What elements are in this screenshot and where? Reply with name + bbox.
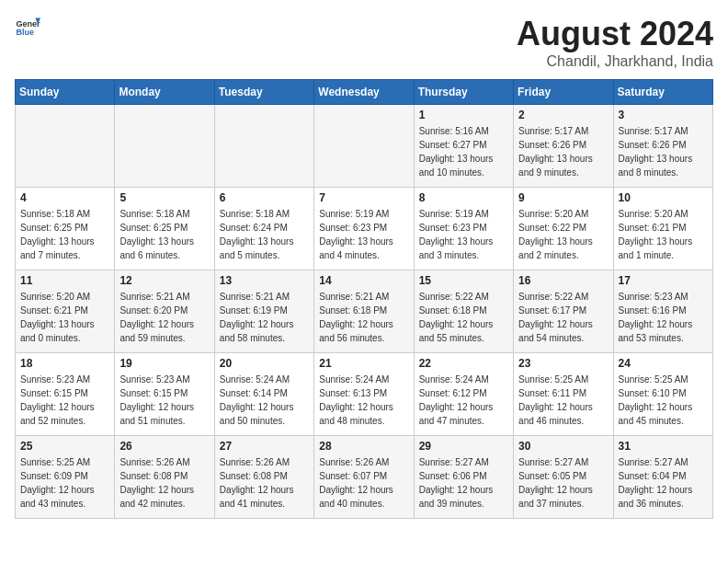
day-number: 1 [419,109,508,121]
day-info: Sunrise: 5:18 AM Sunset: 6:25 PM Dayligh… [20,207,109,262]
day-number: 28 [319,440,408,453]
day-info: Sunrise: 5:20 AM Sunset: 6:22 PM Dayligh… [518,207,608,262]
page-header: General Blue August 2024 Chandil, Jharkh… [15,15,713,70]
day-number: 10 [619,191,708,204]
day-info: Sunrise: 5:26 AM Sunset: 6:08 PM Dayligh… [220,455,309,511]
day-number: 11 [20,274,109,287]
calendar-body: 1Sunrise: 5:16 AM Sunset: 6:27 PM Daylig… [16,105,713,519]
day-cell: 24Sunrise: 5:25 AM Sunset: 6:10 PM Dayli… [613,353,712,436]
week-row-3: 11Sunrise: 5:20 AM Sunset: 6:21 PM Dayli… [16,270,713,353]
day-number: 15 [419,274,508,287]
day-cell: 9Sunrise: 5:20 AM Sunset: 6:22 PM Daylig… [514,188,613,270]
day-number: 27 [220,440,309,453]
day-info: Sunrise: 5:24 AM Sunset: 6:13 PM Dayligh… [319,373,408,428]
day-cell: 26Sunrise: 5:26 AM Sunset: 6:08 PM Dayli… [115,436,214,519]
day-info: Sunrise: 5:22 AM Sunset: 6:18 PM Dayligh… [419,290,508,345]
day-info: Sunrise: 5:26 AM Sunset: 6:07 PM Dayligh… [319,455,408,511]
day-number: 29 [419,440,508,453]
logo-icon: General Blue [15,15,40,40]
week-row-2: 4Sunrise: 5:18 AM Sunset: 6:25 PM Daylig… [16,188,713,270]
day-info: Sunrise: 5:24 AM Sunset: 6:14 PM Dayligh… [220,373,309,428]
day-cell: 22Sunrise: 5:24 AM Sunset: 6:12 PM Dayli… [414,353,513,436]
week-row-5: 25Sunrise: 5:25 AM Sunset: 6:09 PM Dayli… [16,436,713,519]
day-cell: 19Sunrise: 5:23 AM Sunset: 6:15 PM Dayli… [115,353,214,436]
day-cell: 27Sunrise: 5:26 AM Sunset: 6:08 PM Dayli… [214,436,313,519]
day-cell [214,105,313,188]
calendar-header-row: SundayMondayTuesdayWednesdayThursdayFrid… [16,80,713,105]
calendar-table: SundayMondayTuesdayWednesdayThursdayFrid… [15,79,713,519]
day-number: 7 [319,191,408,204]
day-cell: 20Sunrise: 5:24 AM Sunset: 6:14 PM Dayli… [214,353,313,436]
day-info: Sunrise: 5:27 AM Sunset: 6:05 PM Dayligh… [518,455,608,511]
day-number: 16 [518,274,608,287]
day-info: Sunrise: 5:17 AM Sunset: 6:26 PM Dayligh… [518,124,608,179]
day-number: 2 [518,109,608,121]
day-info: Sunrise: 5:25 AM Sunset: 6:10 PM Dayligh… [619,373,708,428]
day-cell: 18Sunrise: 5:23 AM Sunset: 6:15 PM Dayli… [16,353,115,436]
day-info: Sunrise: 5:19 AM Sunset: 6:23 PM Dayligh… [319,207,408,262]
logo: General Blue [15,15,40,40]
day-info: Sunrise: 5:27 AM Sunset: 6:06 PM Dayligh… [419,455,508,511]
day-info: Sunrise: 5:24 AM Sunset: 6:12 PM Dayligh… [419,373,508,428]
day-cell: 7Sunrise: 5:19 AM Sunset: 6:23 PM Daylig… [314,188,414,270]
day-number: 13 [220,274,309,287]
day-info: Sunrise: 5:21 AM Sunset: 6:20 PM Dayligh… [119,290,209,345]
day-info: Sunrise: 5:18 AM Sunset: 6:25 PM Dayligh… [119,207,209,262]
header-cell-friday: Friday [514,80,613,105]
day-cell: 30Sunrise: 5:27 AM Sunset: 6:05 PM Dayli… [514,436,613,519]
day-cell: 23Sunrise: 5:25 AM Sunset: 6:11 PM Dayli… [514,353,613,436]
day-cell: 11Sunrise: 5:20 AM Sunset: 6:21 PM Dayli… [16,270,115,353]
day-number: 23 [518,357,608,370]
svg-text:Blue: Blue [16,28,34,37]
day-cell: 6Sunrise: 5:18 AM Sunset: 6:24 PM Daylig… [214,188,313,270]
day-info: Sunrise: 5:21 AM Sunset: 6:18 PM Dayligh… [319,290,408,345]
day-info: Sunrise: 5:25 AM Sunset: 6:09 PM Dayligh… [20,455,109,511]
day-cell: 10Sunrise: 5:20 AM Sunset: 6:21 PM Dayli… [613,188,712,270]
day-cell [16,105,115,188]
day-info: Sunrise: 5:20 AM Sunset: 6:21 PM Dayligh… [20,290,109,345]
day-cell: 13Sunrise: 5:21 AM Sunset: 6:19 PM Dayli… [214,270,313,353]
header-cell-sunday: Sunday [16,80,115,105]
day-cell: 1Sunrise: 5:16 AM Sunset: 6:27 PM Daylig… [414,105,513,188]
day-cell: 14Sunrise: 5:21 AM Sunset: 6:18 PM Dayli… [314,270,414,353]
day-number: 18 [20,357,109,370]
day-cell: 3Sunrise: 5:17 AM Sunset: 6:26 PM Daylig… [613,105,712,188]
day-info: Sunrise: 5:16 AM Sunset: 6:27 PM Dayligh… [419,124,508,179]
day-number: 8 [419,191,508,204]
day-cell: 5Sunrise: 5:18 AM Sunset: 6:25 PM Daylig… [115,188,214,270]
day-number: 12 [119,274,209,287]
day-number: 30 [518,440,608,453]
header-cell-monday: Monday [115,80,214,105]
day-cell: 21Sunrise: 5:24 AM Sunset: 6:13 PM Dayli… [314,353,414,436]
day-info: Sunrise: 5:23 AM Sunset: 6:15 PM Dayligh… [119,373,209,428]
day-info: Sunrise: 5:26 AM Sunset: 6:08 PM Dayligh… [119,455,209,511]
day-info: Sunrise: 5:21 AM Sunset: 6:19 PM Dayligh… [220,290,309,345]
title-block: August 2024 Chandil, Jharkhand, India [517,15,713,70]
day-number: 20 [220,357,309,370]
day-number: 6 [220,191,309,204]
day-cell: 29Sunrise: 5:27 AM Sunset: 6:06 PM Dayli… [414,436,513,519]
day-info: Sunrise: 5:23 AM Sunset: 6:15 PM Dayligh… [20,373,109,428]
day-cell: 8Sunrise: 5:19 AM Sunset: 6:23 PM Daylig… [414,188,513,270]
day-cell: 28Sunrise: 5:26 AM Sunset: 6:07 PM Dayli… [314,436,414,519]
day-info: Sunrise: 5:19 AM Sunset: 6:23 PM Dayligh… [419,207,508,262]
day-cell: 12Sunrise: 5:21 AM Sunset: 6:20 PM Dayli… [115,270,214,353]
day-number: 21 [319,357,408,370]
week-row-4: 18Sunrise: 5:23 AM Sunset: 6:15 PM Dayli… [16,353,713,436]
day-number: 17 [619,274,708,287]
day-info: Sunrise: 5:27 AM Sunset: 6:04 PM Dayligh… [619,455,708,511]
header-cell-saturday: Saturday [613,80,712,105]
header-cell-wednesday: Wednesday [314,80,414,105]
day-number: 24 [619,357,708,370]
day-cell: 16Sunrise: 5:22 AM Sunset: 6:17 PM Dayli… [514,270,613,353]
day-cell: 17Sunrise: 5:23 AM Sunset: 6:16 PM Dayli… [613,270,712,353]
day-number: 19 [119,357,209,370]
day-number: 4 [20,191,109,204]
day-number: 9 [518,191,608,204]
day-cell: 25Sunrise: 5:25 AM Sunset: 6:09 PM Dayli… [16,436,115,519]
day-cell [115,105,214,188]
day-number: 5 [119,191,209,204]
day-info: Sunrise: 5:18 AM Sunset: 6:24 PM Dayligh… [220,207,309,262]
day-info: Sunrise: 5:23 AM Sunset: 6:16 PM Dayligh… [619,290,708,345]
week-row-1: 1Sunrise: 5:16 AM Sunset: 6:27 PM Daylig… [16,105,713,188]
